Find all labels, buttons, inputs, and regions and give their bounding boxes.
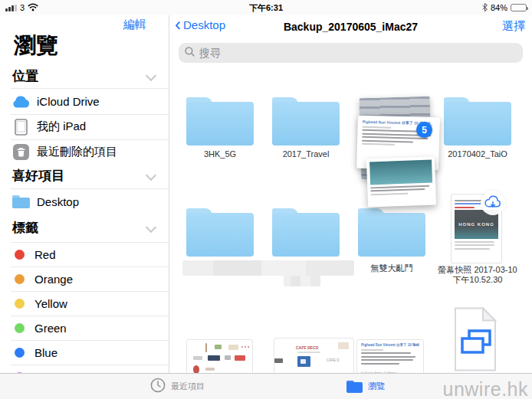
tab-label: 瀏覽 <box>368 381 385 392</box>
document-thumbnail[interactable]: Pighead Sun Vincent 分享了 10 張相片。 ly @ Los… <box>356 339 424 373</box>
folder-label: 3HK_5G <box>178 149 262 159</box>
bluetooth-icon <box>482 1 488 15</box>
files-app-screen: 3 下午6:31 84% 編輯 瀏覽 位置 iCloud Drive <box>0 0 532 399</box>
sidebar: 編輯 瀏覽 位置 iCloud Drive 我的 iPad 最近刪除的項目 喜好… <box>0 15 169 373</box>
section-header-locations: 位置 <box>12 67 38 85</box>
dragged-photo-document-item[interactable] <box>366 156 436 207</box>
folder-icon[interactable] <box>358 208 425 257</box>
file-label: 螢幕快照 2017-03-10 下午10.52.30 <box>433 265 522 285</box>
document-thumbnail[interactable]: CAFE DECO CAFE D <box>274 338 354 373</box>
select-button[interactable]: 選擇 <box>502 19 525 34</box>
folder-icon[interactable] <box>444 97 511 146</box>
sidebar-item-icloud-drive[interactable]: iCloud Drive <box>0 89 169 114</box>
tab-label: 最近項目 <box>171 381 205 392</box>
folder-label: 20170402_TaiO <box>435 149 520 159</box>
battery-percent-label: 84% <box>491 3 507 12</box>
chevron-down-icon[interactable] <box>146 222 156 233</box>
redacted-label <box>284 276 320 286</box>
sidebar-item-label: 最近刪除的項目 <box>37 145 117 159</box>
sidebar-item-label: 我的 iPad <box>37 119 86 134</box>
ipad-icon <box>11 119 31 136</box>
icloud-drive-icon <box>11 93 31 110</box>
main-content: ‹ Desktop Backup_20170605_iMac27 選擇 3HK_… <box>169 15 532 373</box>
folder-icon[interactable] <box>272 97 340 146</box>
tag-dot-icon <box>15 348 25 358</box>
trash-icon <box>11 144 31 161</box>
search-icon <box>185 46 195 60</box>
sidebar-item-label: Desktop <box>37 195 79 208</box>
unwire-watermark: unwire.hk <box>443 378 529 399</box>
status-bar: 3 下午6:31 84% <box>0 0 532 15</box>
chevron-down-icon[interactable] <box>146 170 156 181</box>
tag-dot-icon <box>15 250 25 260</box>
folder-label: 無雙大亂鬥 <box>350 263 434 273</box>
tag-label: Green <box>34 322 67 335</box>
edit-button[interactable]: 編輯 <box>123 18 146 32</box>
page-title: Backup_20170605_iMac27 <box>169 15 532 38</box>
folder-icon <box>346 381 363 393</box>
sidebar-tag-orange[interactable]: Orange <box>0 267 169 291</box>
folder-icon[interactable] <box>186 97 254 146</box>
drag-count-badge: 5 <box>416 122 432 138</box>
stacked-documents-file-icon[interactable] <box>451 307 500 371</box>
sidebar-item-my-ipad[interactable]: 我的 iPad <box>0 114 169 139</box>
thumbnail-text: Pighead Sun Vincent 分享了 10 張相片。 <box>361 343 419 347</box>
sidebar-tag-purple[interactable]: Purple <box>0 365 169 373</box>
tag-dot-icon <box>15 274 25 284</box>
tag-label: Red <box>34 248 56 261</box>
search-input[interactable] <box>198 46 517 60</box>
folder-icon <box>11 194 31 211</box>
tag-label: Orange <box>34 273 73 286</box>
thumbnail-image <box>369 160 432 185</box>
chevron-down-icon[interactable] <box>146 70 156 81</box>
tab-browse[interactable]: 瀏覽 <box>346 374 385 399</box>
tag-label: Blue <box>34 346 57 359</box>
redacted-label <box>182 260 354 276</box>
sidebar-tag-green[interactable]: Green <box>0 316 169 340</box>
tag-dot-icon <box>15 323 25 333</box>
section-header-tags: 標籤 <box>12 219 38 237</box>
clock-icon <box>150 378 166 396</box>
navigation-bar: ‹ Desktop Backup_20170605_iMac27 選擇 <box>169 15 532 38</box>
battery-icon <box>511 4 527 11</box>
sidebar-tag-yellow[interactable]: Yellow <box>0 291 169 316</box>
sidebar-title: 瀏覽 <box>14 31 58 61</box>
clock-time: 下午6:31 <box>0 0 532 15</box>
tag-label: Yellow <box>34 297 67 310</box>
sidebar-tag-red[interactable]: Red <box>0 242 169 267</box>
sidebar-item-recently-deleted[interactable]: 最近刪除的項目 <box>0 139 169 165</box>
thumbnail-text: CAFE D <box>327 358 340 362</box>
tab-recents[interactable]: 最近項目 <box>150 374 205 399</box>
folder-icon[interactable] <box>186 208 254 257</box>
document-thumbnail[interactable] <box>186 339 253 373</box>
folder-icon[interactable] <box>272 208 340 257</box>
sidebar-item-desktop[interactable]: Desktop <box>0 189 169 214</box>
folder-label: 2017_Travel <box>264 149 348 159</box>
tag-dot-icon <box>15 299 25 309</box>
sidebar-item-label: iCloud Drive <box>37 95 100 108</box>
search-field[interactable] <box>179 43 523 63</box>
sidebar-tag-blue[interactable]: Blue <box>0 340 169 365</box>
thumbnail-text: CAFE DECO <box>296 345 318 350</box>
icloud-download-icon[interactable] <box>481 191 505 215</box>
section-header-favourites: 喜好項目 <box>12 167 64 185</box>
